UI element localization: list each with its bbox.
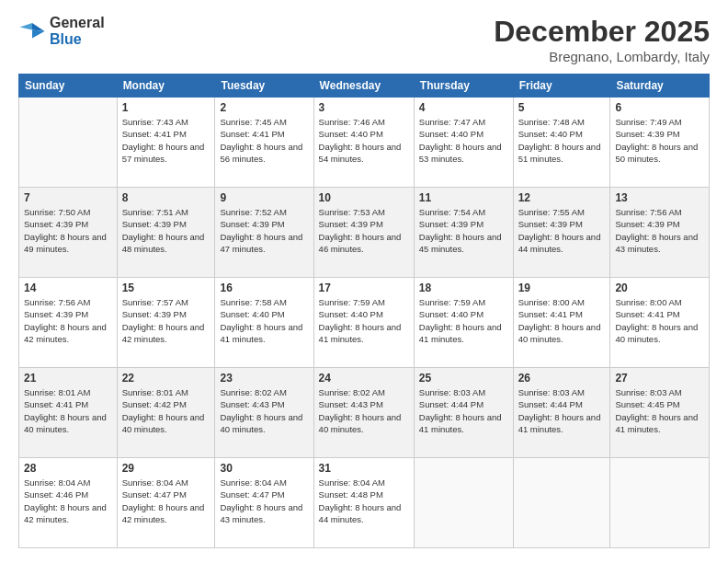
month-title: December 2025 (494, 15, 710, 49)
week-row: 28Sunrise: 8:04 AMSunset: 4:46 PMDayligh… (19, 458, 710, 548)
day-cell: 23Sunrise: 8:02 AMSunset: 4:43 PMDayligh… (215, 368, 313, 458)
day-cell: 14Sunrise: 7:56 AMSunset: 4:39 PMDayligh… (19, 278, 118, 368)
day-number: 6 (615, 101, 704, 114)
day-cell: 13Sunrise: 7:56 AMSunset: 4:39 PMDayligh… (610, 188, 710, 278)
day-info: Sunrise: 7:56 AMSunset: 4:39 PMDaylight:… (24, 296, 112, 345)
weekday-header: Wednesday (313, 75, 414, 98)
logo: General Blue (18, 15, 105, 47)
day-info: Sunrise: 8:00 AMSunset: 4:41 PMDaylight:… (615, 296, 704, 345)
day-cell: 16Sunrise: 7:58 AMSunset: 4:40 PMDayligh… (215, 278, 313, 368)
day-info: Sunrise: 7:53 AMSunset: 4:39 PMDaylight:… (319, 206, 409, 255)
day-number: 12 (518, 191, 606, 204)
day-info: Sunrise: 7:58 AMSunset: 4:40 PMDaylight:… (220, 296, 308, 345)
day-info: Sunrise: 8:04 AMSunset: 4:46 PMDaylight:… (24, 477, 112, 525)
day-cell (19, 98, 118, 188)
day-cell: 12Sunrise: 7:55 AMSunset: 4:39 PMDayligh… (513, 188, 610, 278)
day-info: Sunrise: 8:00 AMSunset: 4:41 PMDaylight:… (518, 296, 606, 345)
day-number: 7 (24, 191, 112, 204)
day-cell: 25Sunrise: 8:03 AMSunset: 4:44 PMDayligh… (414, 368, 513, 458)
day-number: 11 (419, 191, 508, 204)
weekday-header: Saturday (610, 75, 710, 98)
day-info: Sunrise: 8:02 AMSunset: 4:43 PMDaylight:… (319, 386, 409, 435)
day-number: 8 (122, 191, 210, 204)
day-cell: 17Sunrise: 7:59 AMSunset: 4:40 PMDayligh… (313, 278, 414, 368)
day-cell: 18Sunrise: 7:59 AMSunset: 4:40 PMDayligh… (414, 278, 513, 368)
day-cell (414, 458, 513, 548)
day-info: Sunrise: 8:03 AMSunset: 4:44 PMDaylight:… (419, 386, 508, 435)
day-number: 30 (220, 462, 308, 475)
day-number: 3 (319, 101, 409, 114)
day-cell: 9Sunrise: 7:52 AMSunset: 4:39 PMDaylight… (215, 188, 313, 278)
day-info: Sunrise: 7:46 AMSunset: 4:40 PMDaylight:… (319, 116, 409, 165)
day-number: 22 (122, 372, 210, 385)
day-number: 21 (24, 372, 112, 385)
day-info: Sunrise: 7:49 AMSunset: 4:39 PMDaylight:… (615, 116, 704, 165)
day-cell: 11Sunrise: 7:54 AMSunset: 4:39 PMDayligh… (414, 188, 513, 278)
day-info: Sunrise: 8:04 AMSunset: 4:48 PMDaylight:… (319, 477, 409, 525)
day-info: Sunrise: 7:50 AMSunset: 4:39 PMDaylight:… (24, 206, 112, 255)
day-cell: 7Sunrise: 7:50 AMSunset: 4:39 PMDaylight… (19, 188, 118, 278)
day-info: Sunrise: 7:59 AMSunset: 4:40 PMDaylight:… (419, 296, 508, 345)
day-info: Sunrise: 7:57 AMSunset: 4:39 PMDaylight:… (122, 296, 210, 345)
weekday-header: Sunday (19, 75, 118, 98)
day-cell: 2Sunrise: 7:45 AMSunset: 4:41 PMDaylight… (215, 98, 313, 188)
day-info: Sunrise: 7:55 AMSunset: 4:39 PMDaylight:… (518, 206, 606, 255)
day-number: 17 (319, 282, 409, 294)
day-number: 28 (24, 462, 112, 475)
svg-marker-1 (20, 23, 33, 30)
day-number: 24 (319, 372, 409, 385)
day-cell: 26Sunrise: 8:03 AMSunset: 4:44 PMDayligh… (513, 368, 610, 458)
day-info: Sunrise: 7:51 AMSunset: 4:39 PMDaylight:… (122, 206, 210, 255)
day-number: 13 (615, 191, 704, 204)
week-row: 21Sunrise: 8:01 AMSunset: 4:41 PMDayligh… (19, 368, 710, 458)
day-cell: 6Sunrise: 7:49 AMSunset: 4:39 PMDaylight… (610, 98, 710, 188)
day-cell: 29Sunrise: 8:04 AMSunset: 4:47 PMDayligh… (117, 458, 215, 548)
day-cell: 20Sunrise: 8:00 AMSunset: 4:41 PMDayligh… (610, 278, 710, 368)
day-cell (610, 458, 710, 548)
day-cell: 4Sunrise: 7:47 AMSunset: 4:40 PMDaylight… (414, 98, 513, 188)
day-cell: 21Sunrise: 8:01 AMSunset: 4:41 PMDayligh… (19, 368, 118, 458)
day-info: Sunrise: 8:01 AMSunset: 4:42 PMDaylight:… (122, 386, 210, 435)
day-info: Sunrise: 8:04 AMSunset: 4:47 PMDaylight:… (122, 477, 210, 525)
day-info: Sunrise: 7:52 AMSunset: 4:39 PMDaylight:… (220, 206, 308, 255)
svg-marker-2 (32, 29, 45, 38)
day-number: 20 (615, 282, 704, 294)
day-cell: 10Sunrise: 7:53 AMSunset: 4:39 PMDayligh… (313, 188, 414, 278)
day-cell: 24Sunrise: 8:02 AMSunset: 4:43 PMDayligh… (313, 368, 414, 458)
day-number: 1 (122, 101, 210, 114)
day-cell: 5Sunrise: 7:48 AMSunset: 4:40 PMDaylight… (513, 98, 610, 188)
day-info: Sunrise: 7:45 AMSunset: 4:41 PMDaylight:… (220, 116, 308, 165)
day-info: Sunrise: 8:04 AMSunset: 4:47 PMDaylight:… (220, 477, 308, 525)
weekday-header: Tuesday (215, 75, 313, 98)
day-number: 14 (24, 282, 112, 294)
day-cell: 22Sunrise: 8:01 AMSunset: 4:42 PMDayligh… (117, 368, 215, 458)
day-number: 23 (220, 372, 308, 385)
day-number: 27 (615, 372, 704, 385)
day-number: 29 (122, 462, 210, 475)
day-cell: 19Sunrise: 8:00 AMSunset: 4:41 PMDayligh… (513, 278, 610, 368)
day-info: Sunrise: 7:54 AMSunset: 4:39 PMDaylight:… (419, 206, 508, 255)
day-cell: 27Sunrise: 8:03 AMSunset: 4:45 PMDayligh… (610, 368, 710, 458)
day-cell: 15Sunrise: 7:57 AMSunset: 4:39 PMDayligh… (117, 278, 215, 368)
location: Bregnano, Lombardy, Italy (494, 49, 710, 64)
title-block: December 2025 Bregnano, Lombardy, Italy (494, 15, 710, 64)
day-info: Sunrise: 8:02 AMSunset: 4:43 PMDaylight:… (220, 386, 308, 435)
svg-marker-0 (32, 23, 45, 31)
day-number: 18 (419, 282, 508, 294)
header-row: SundayMondayTuesdayWednesdayThursdayFrid… (19, 75, 710, 98)
logo-text: General Blue (50, 15, 105, 47)
day-info: Sunrise: 8:03 AMSunset: 4:45 PMDaylight:… (615, 386, 704, 435)
day-number: 19 (518, 282, 606, 294)
day-number: 5 (518, 101, 606, 114)
day-cell: 28Sunrise: 8:04 AMSunset: 4:46 PMDayligh… (19, 458, 118, 548)
day-number: 2 (220, 101, 308, 114)
week-row: 7Sunrise: 7:50 AMSunset: 4:39 PMDaylight… (19, 188, 710, 278)
day-cell: 3Sunrise: 7:46 AMSunset: 4:40 PMDaylight… (313, 98, 414, 188)
day-cell: 8Sunrise: 7:51 AMSunset: 4:39 PMDaylight… (117, 188, 215, 278)
day-info: Sunrise: 7:47 AMSunset: 4:40 PMDaylight:… (419, 116, 508, 165)
day-number: 31 (319, 462, 409, 475)
day-number: 25 (419, 372, 508, 385)
day-info: Sunrise: 7:48 AMSunset: 4:40 PMDaylight:… (518, 116, 606, 165)
day-cell: 31Sunrise: 8:04 AMSunset: 4:48 PMDayligh… (313, 458, 414, 548)
day-number: 4 (419, 101, 508, 114)
